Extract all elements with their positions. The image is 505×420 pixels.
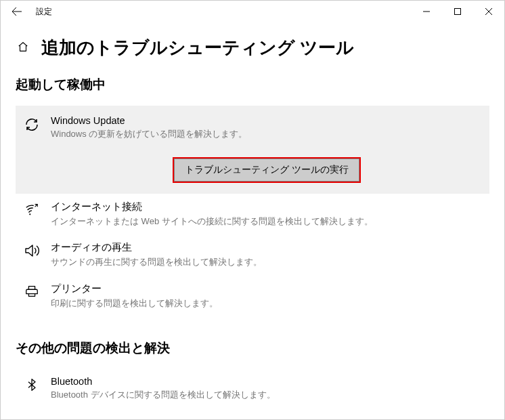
troubleshooter-item-printer[interactable]: プリンター 印刷に関する問題を検出して解決します。 [16, 276, 489, 317]
sync-icon [22, 115, 41, 183]
troubleshooter-item-internet[interactable]: インターネット接続 インターネットまたは Web サイトへの接続に関する問題を検… [16, 194, 489, 235]
bluetooth-icon [22, 376, 41, 402]
window-title: 設定 [36, 6, 52, 18]
item-body: Bluetooth Bluetooth デバイスに関する問題を検出して解決します… [51, 376, 483, 402]
speaker-icon [22, 241, 41, 269]
back-button[interactable] [6, 1, 28, 22]
item-body: プリンター 印刷に関する問題を検出して解決します。 [51, 282, 483, 310]
maximize-button[interactable] [442, 1, 473, 22]
item-title: インターネット接続 [51, 201, 483, 213]
run-troubleshooter-button[interactable]: トラブルシューティング ツールの実行 [173, 157, 361, 183]
item-desc: サウンドの再生に関する問題を検出して解決します。 [51, 255, 483, 269]
minimize-icon [423, 8, 430, 15]
home-icon[interactable] [17, 41, 29, 56]
svg-rect-0 [455, 9, 461, 15]
item-desc: インターネットまたは Web サイトへの接続に関する問題を検出して解決します。 [51, 215, 483, 228]
item-desc: Bluetooth デバイスに関する問題を検出して解決します。 [51, 388, 483, 402]
maximize-icon [454, 8, 461, 15]
printer-icon [22, 282, 41, 310]
svg-point-1 [29, 213, 30, 215]
minimize-button[interactable] [411, 1, 442, 22]
item-desc: Windows の更新を妨げている問題を解決します。 [51, 127, 483, 141]
close-button[interactable] [473, 1, 504, 22]
window-controls [411, 1, 504, 22]
item-body: オーディオの再生 サウンドの再生に関する問題を検出して解決します。 [51, 241, 483, 269]
item-title: オーディオの再生 [51, 241, 483, 254]
troubleshooter-item-windows-update[interactable]: Windows Update Windows の更新を妨げている問題を解決します… [16, 106, 489, 194]
item-title: Bluetooth [51, 376, 483, 387]
section-title-other: その他の問題の検出と解決 [16, 339, 489, 357]
back-arrow-icon [12, 6, 22, 17]
titlebar-left: 設定 [6, 1, 52, 22]
titlebar: 設定 [1, 1, 504, 22]
item-title: プリンター [51, 282, 483, 295]
close-icon [485, 8, 492, 15]
content: 起動して稼働中 Windows Update Windows の更新を妨げている… [1, 76, 504, 408]
item-body: インターネット接続 インターネットまたは Web サイトへの接続に関する問題を検… [51, 201, 483, 228]
wifi-icon [22, 201, 41, 228]
section-title-running: 起動して稼働中 [16, 76, 489, 93]
troubleshooter-item-bluetooth[interactable]: Bluetooth Bluetooth デバイスに関する問題を検出して解決します… [16, 369, 489, 408]
page-title: 追加のトラブルシューティング ツール [41, 36, 354, 60]
item-title: Windows Update [51, 115, 483, 126]
troubleshooter-item-audio[interactable]: オーディオの再生 サウンドの再生に関する問題を検出して解決します。 [16, 234, 489, 276]
item-body: Windows Update Windows の更新を妨げている問題を解決します… [51, 115, 483, 183]
page-header: 追加のトラブルシューティング ツール [1, 22, 504, 76]
run-button-wrap: トラブルシューティング ツールの実行 [51, 157, 483, 183]
item-desc: 印刷に関する問題を検出して解決します。 [51, 297, 483, 310]
